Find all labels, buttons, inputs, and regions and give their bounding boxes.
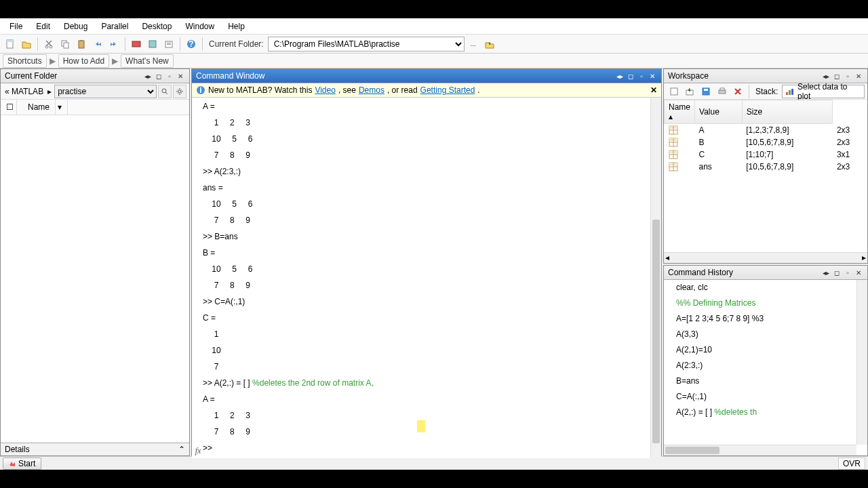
- svg-rect-7: [80, 40, 83, 41]
- menu-desktop[interactable]: Desktop: [135, 19, 178, 34]
- whats-new-link[interactable]: What's New: [121, 54, 174, 68]
- size-column[interactable]: Size: [742, 100, 833, 124]
- panel-close-icon[interactable]: ✕: [648, 71, 657, 81]
- workspace-row[interactable]: B[10,5,6;7,8,9]2x3: [665, 136, 868, 148]
- workspace-toolbar: Stack: Select data to plot: [664, 83, 867, 100]
- save-icon[interactable]: [698, 84, 713, 99]
- svg-point-16: [178, 90, 181, 93]
- svg-rect-26: [789, 90, 791, 95]
- simulink-icon[interactable]: [129, 37, 144, 52]
- info-icon: i: [196, 85, 205, 95]
- help-icon[interactable]: ?: [184, 37, 199, 52]
- command-history-body[interactable]: clear, clc%% Defining MatricesA=[1 2 3;4…: [664, 280, 867, 455]
- svg-rect-19: [671, 88, 677, 95]
- horizontal-scrollbar[interactable]: [664, 445, 856, 455]
- panel-close-icon[interactable]: ✕: [854, 268, 863, 277]
- history-line[interactable]: %% Defining Matrices: [664, 296, 867, 311]
- cut-icon[interactable]: [41, 37, 56, 52]
- new-var-icon[interactable]: [667, 84, 682, 99]
- svg-rect-25: [786, 92, 788, 95]
- stack-label: Stack:: [753, 87, 781, 96]
- chevron-up-icon: ⌃: [178, 445, 185, 454]
- plot-selector[interactable]: Select data to plot: [782, 85, 865, 98]
- copy-icon[interactable]: [58, 37, 73, 52]
- current-folder-title: Current Folder ◂▸ ◻ ▫ ✕: [1, 69, 189, 83]
- panel-minimize-icon[interactable]: ◂▸: [821, 268, 831, 277]
- panel-undock-icon[interactable]: ◻: [154, 71, 163, 81]
- history-line[interactable]: A(2,1)=10: [664, 342, 867, 358]
- getting-started-link[interactable]: Getting Started: [420, 85, 475, 95]
- panel-minimize-icon[interactable]: ◂▸: [143, 71, 153, 81]
- svg-text:?: ?: [189, 39, 193, 49]
- history-line[interactable]: A(2:3,:): [664, 358, 867, 373]
- svg-rect-1: [7, 40, 13, 42]
- panel-minimize-icon[interactable]: ◂▸: [615, 71, 625, 81]
- panel-minimize-icon[interactable]: ◂▸: [821, 71, 831, 81]
- history-line[interactable]: C=A(:,1): [664, 389, 867, 405]
- breadcrumb-folder[interactable]: practise: [54, 85, 157, 98]
- horizontal-scrollbar[interactable]: ◂▸: [664, 252, 867, 263]
- svg-rect-5: [64, 43, 68, 48]
- panel-maximize-icon[interactable]: ▫: [843, 268, 852, 277]
- select-all-checkbox[interactable]: ☐: [1, 100, 17, 115]
- workspace-row[interactable]: ans[10,5,6;7,8,9]2x3: [665, 161, 868, 173]
- name-column-header[interactable]: Name ▾: [17, 100, 68, 115]
- history-line[interactable]: A=[1 2 3;4 5 6;7 8 9] %3: [664, 311, 867, 327]
- delete-icon[interactable]: [730, 84, 745, 99]
- undo-icon[interactable]: [90, 37, 105, 52]
- print-icon[interactable]: [715, 84, 730, 99]
- svg-rect-24: [720, 88, 724, 90]
- svg-rect-22: [704, 89, 708, 91]
- menu-window[interactable]: Window: [178, 19, 221, 34]
- breadcrumb-prefix: « MATLAB: [3, 87, 45, 96]
- menu-file[interactable]: File: [3, 19, 29, 34]
- banner-close-icon[interactable]: ✕: [650, 85, 657, 95]
- history-line[interactable]: B=ans: [664, 373, 867, 389]
- svg-rect-8: [132, 41, 140, 47]
- history-line[interactable]: A(3,3): [664, 327, 867, 342]
- vertical-scrollbar[interactable]: [856, 280, 867, 445]
- search-icon[interactable]: [158, 85, 172, 98]
- svg-rect-11: [167, 43, 171, 43]
- gear-icon[interactable]: [173, 85, 186, 98]
- value-column[interactable]: Value: [695, 100, 743, 124]
- details-section[interactable]: Details ⌃: [1, 443, 189, 455]
- menu-edit[interactable]: Edit: [29, 19, 57, 34]
- panel-close-icon[interactable]: ✕: [854, 71, 863, 81]
- history-line[interactable]: clear, clc: [664, 280, 867, 296]
- demos-link[interactable]: Demos: [359, 85, 384, 95]
- command-window-body[interactable]: A = 1 2 3 10 5 6 7 8 9 >> A(2:3,:) ans =…: [192, 98, 661, 458]
- menu-parallel[interactable]: Parallel: [94, 19, 135, 34]
- profiler-icon[interactable]: [161, 37, 176, 52]
- guide-icon[interactable]: [145, 37, 160, 52]
- panel-maximize-icon[interactable]: ▫: [165, 71, 174, 81]
- browse-folder-icon[interactable]: …: [466, 37, 481, 52]
- menu-help[interactable]: Help: [221, 19, 252, 34]
- panel-close-icon[interactable]: ✕: [176, 71, 185, 81]
- history-line[interactable]: A(2,:) = [ ] %deletes th: [664, 405, 867, 420]
- workspace-row[interactable]: C[1;10;7]3x1: [665, 148, 868, 161]
- import-icon[interactable]: [683, 84, 698, 99]
- shortcuts-label[interactable]: Shortcuts: [3, 54, 47, 68]
- panel-maximize-icon[interactable]: ▫: [843, 71, 852, 81]
- fx-icon[interactable]: fx: [192, 443, 204, 458]
- start-button[interactable]: Start: [3, 458, 41, 470]
- panel-undock-icon[interactable]: ◻: [626, 71, 635, 81]
- video-link[interactable]: Video: [315, 85, 335, 95]
- workspace-row[interactable]: A[1,2,3;7,8,9]2x3: [665, 124, 868, 137]
- how-to-add-link[interactable]: How to Add: [58, 54, 109, 68]
- name-column[interactable]: Name ▴: [665, 100, 695, 124]
- command-history-title: Command History ◂▸ ◻ ▫ ✕: [664, 266, 867, 280]
- menu-debug[interactable]: Debug: [57, 19, 94, 34]
- panel-undock-icon[interactable]: ◻: [832, 268, 842, 277]
- current-folder-select[interactable]: C:\Program Files\MATLAB\practise: [268, 37, 465, 52]
- new-file-icon[interactable]: [3, 37, 18, 52]
- redo-icon[interactable]: [106, 37, 121, 52]
- vertical-scrollbar[interactable]: [650, 98, 661, 458]
- up-folder-icon[interactable]: [482, 37, 497, 52]
- paste-icon[interactable]: [74, 37, 89, 52]
- panel-maximize-icon[interactable]: ▫: [637, 71, 646, 81]
- open-folder-icon[interactable]: [19, 37, 34, 52]
- panel-undock-icon[interactable]: ◻: [832, 71, 842, 81]
- current-folder-label: Current Folder:: [206, 39, 267, 49]
